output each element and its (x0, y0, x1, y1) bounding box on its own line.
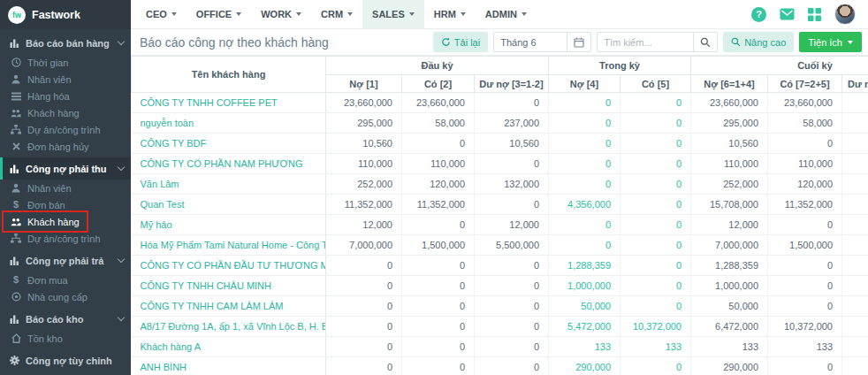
sitemap-icon (11, 125, 21, 134)
fastwork-logo[interactable]: fw Fastwork (0, 0, 131, 29)
gear-icon (9, 356, 19, 365)
customer-name-link[interactable]: nguyễn toàn (141, 118, 194, 128)
sidebar-item-1-2[interactable]: Khách hàng (0, 213, 131, 230)
value-cell: 237,000 (475, 113, 549, 134)
value-cell: 0 (549, 113, 621, 134)
month-input[interactable] (494, 33, 567, 51)
value-cell: 0 (475, 317, 549, 337)
sidebar-section-2[interactable]: Công nợ phải trả (0, 249, 131, 272)
toolbar: Báo cáo công nợ theo khách hàng Tải lại … (131, 29, 868, 56)
value-cell: 133 (621, 337, 691, 357)
calendar-icon[interactable] (567, 33, 590, 51)
sidebar-item-0-1[interactable]: Nhân viên (0, 71, 131, 88)
value-cell: 120,000 (768, 174, 842, 195)
value-cell (842, 357, 868, 375)
value-cell: 0 (549, 134, 621, 154)
bar-chart-icon (9, 38, 19, 48)
menu-office[interactable]: OFFICE (187, 0, 251, 28)
menu-sales[interactable]: SALES (362, 0, 424, 28)
apps-grid-icon[interactable] (808, 8, 821, 21)
value-cell: 0 (475, 337, 549, 357)
sidebar-item-1-0[interactable]: Nhân viên (0, 180, 131, 196)
sidebar-section-3[interactable]: Báo cáo kho (0, 308, 131, 330)
customer-name-link[interactable]: Khách hàng A (141, 341, 202, 352)
menu-ceo[interactable]: CEO (136, 0, 187, 28)
sidebar-item-3-0[interactable]: Tồn kho (0, 330, 131, 347)
col-group-2: Cuối kỳ (691, 57, 868, 75)
toolbar-controls: Tải lại Nâng cao Tiện ích (433, 32, 862, 52)
value-cell: 7,000,000 (326, 235, 402, 256)
customer-name-cell: ANH BÌNH (132, 357, 326, 375)
customer-name-link[interactable]: CÔNG TY BDF (141, 138, 207, 149)
customer-name-link[interactable]: CÔNG TY CỔ PHẦN ĐẦU TƯ THƯƠNG MẠI BÌNH T… (141, 260, 326, 271)
customer-name-link[interactable]: Hóa Mỹ Phẩm Tami Natural Home - Công Ty … (141, 240, 326, 250)
sidebar-section-label: Báo cáo kho (26, 314, 83, 325)
customer-name-link[interactable]: A8/17 Đường 1A, ấp 1, xã Vĩnh Lộc B, H. … (141, 321, 326, 332)
value-cell: 0 (549, 174, 621, 195)
sidebar-section-label: Công nợ phải trả (26, 256, 103, 266)
advanced-label: Nâng cao (744, 37, 786, 48)
sidebar-item-2-0[interactable]: $Đơn mua (0, 272, 131, 288)
sidebar-item-0-0[interactable]: Thời gian (0, 54, 131, 71)
customer-name-link[interactable]: ANH BÌNH (141, 362, 187, 372)
customer-name-link[interactable]: CÔNG TY CỔ PHẦN NAM PHƯƠNG (141, 158, 303, 169)
value-cell (842, 93, 868, 113)
sidebar-item-1-1[interactable]: $Đơn bán (0, 196, 131, 213)
sidebar-item-2-1[interactable]: Nhà cung cấp (0, 288, 131, 305)
bar-chart-icon (9, 256, 19, 265)
menu-work[interactable]: WORK (251, 0, 311, 28)
sidebar-item-label: Đơn mua (27, 275, 68, 286)
customer-name-link[interactable]: CÔNG TY TNHH CAM LÂM LÂM (141, 301, 284, 311)
sidebar-item-0-2[interactable]: Hàng hóa (0, 88, 131, 104)
advanced-search-button[interactable]: Nâng cao (723, 32, 794, 52)
value-cell (842, 195, 868, 215)
chevron-down-icon (118, 314, 125, 321)
value-cell (842, 113, 868, 134)
utilities-button[interactable]: Tiện ích (799, 32, 862, 52)
search-icon[interactable] (693, 33, 717, 51)
customer-name-link[interactable]: Quan Test (141, 199, 185, 210)
reload-button[interactable]: Tải lại (433, 32, 488, 52)
value-cell: 133 (691, 337, 768, 357)
sidebar-section-4[interactable]: Công nợ tùy chỉnh (0, 349, 131, 371)
report-table-area[interactable]: Tên khách hàngĐầu kỳTrong kỳCuối kỳNợ [1… (131, 56, 868, 375)
chevron-down-icon (118, 164, 125, 171)
sidebar-section-0[interactable]: Báo cáo bán hàng (0, 32, 131, 54)
customer-name-link[interactable]: CÔNG TY TNHH CHÂU MINH (141, 280, 272, 291)
value-cell: 0 (326, 256, 402, 276)
customer-name-link[interactable]: Văn Lâm (141, 179, 179, 189)
col-header-0: Nợ [1] (326, 75, 402, 93)
sidebar-section-1[interactable]: Công nợ phải thu (0, 157, 131, 180)
value-cell: 0 (326, 337, 402, 357)
menu-label: WORK (261, 9, 292, 19)
message-icon[interactable] (780, 8, 795, 20)
value-cell: 133 (768, 337, 842, 357)
user-avatar[interactable] (834, 4, 856, 25)
value-cell: 10,372,000 (768, 317, 842, 337)
sidebar-item-0-5[interactable]: Đơn hàng hủy (0, 138, 131, 155)
chevron-down-icon (118, 256, 125, 263)
customer-name-link[interactable]: Mỹ hảo (141, 219, 172, 230)
menu-hrm[interactable]: HRM (424, 0, 476, 28)
sidebar-item-0-4[interactable]: Dự án/công trình (0, 121, 131, 138)
customer-name-link[interactable]: CÔNG TY TNHH COFFEE PET (141, 97, 278, 108)
menu-admin[interactable]: ADMIN (476, 0, 537, 28)
sidebar-item-label: Dự án/công trình (27, 125, 101, 135)
fastwork-logo-icon: fw (8, 6, 26, 24)
col-header-7: Dư nợ [8=6-7] (842, 75, 868, 93)
customer-name-cell: nguyễn toàn (132, 113, 326, 134)
value-cell: 252,000 (691, 174, 768, 195)
menu-crm[interactable]: CRM (311, 0, 362, 28)
caret-down-icon (848, 41, 853, 44)
value-cell: 0 (768, 134, 842, 154)
sidebar-item-1-3[interactable]: Dự án/công trình (0, 230, 131, 247)
value-cell (842, 317, 868, 337)
search-input[interactable] (598, 33, 693, 51)
value-cell: 10,372,000 (621, 317, 691, 337)
help-icon[interactable]: ? (751, 7, 766, 22)
search-plus-icon (731, 37, 741, 47)
sidebar-item-0-3[interactable]: Khách hàng (0, 104, 131, 121)
value-cell: 0 (475, 195, 549, 215)
value-cell: 0 (402, 215, 475, 235)
value-cell: 0 (621, 296, 691, 317)
